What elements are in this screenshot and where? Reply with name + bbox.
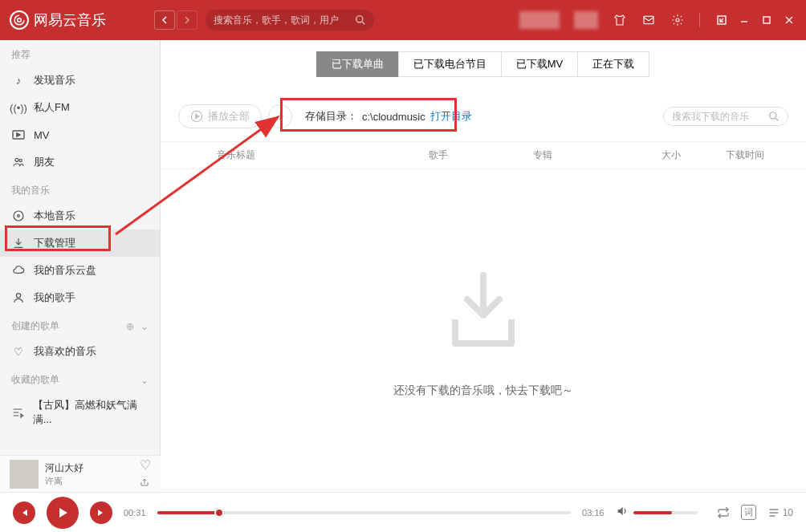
download-icon [11, 236, 26, 250]
sidebar-item-label: 我喜欢的音乐 [34, 344, 96, 359]
col-title: 音乐标题 [209, 142, 421, 169]
chevron-down-icon[interactable]: ⌄ [140, 321, 149, 332]
col-index [161, 142, 209, 169]
sidebar-item-cloud[interactable]: 我的音乐云盘 [0, 257, 160, 284]
col-album: 专辑 [525, 142, 653, 169]
loop-icon[interactable] [717, 506, 730, 519]
user-name[interactable] [574, 11, 598, 29]
play-button[interactable] [47, 497, 79, 529]
friends-icon [11, 155, 26, 169]
sidebar-item-label: 下载管理 [34, 236, 75, 250]
sidebar-item-label: 朋友 [34, 155, 55, 169]
svg-point-9 [14, 211, 23, 221]
play-all-button[interactable]: 播放全部 [178, 104, 262, 128]
prev-button[interactable] [13, 502, 35, 524]
sidebar-item-favorite[interactable]: ♡我喜欢的音乐 [0, 338, 160, 365]
player-right: 词 10 [717, 505, 793, 520]
table-header: 音乐标题 歌手 专辑 大小 下载时间 [161, 141, 806, 169]
back-button[interactable] [154, 10, 175, 30]
app-title: 网易云音乐 [34, 10, 106, 30]
section-recommend: 推荐 [0, 40, 160, 67]
share-icon[interactable] [140, 476, 151, 490]
queue-icon[interactable]: 10 [767, 506, 793, 519]
track-info: 河山大好 许嵩 [45, 461, 83, 487]
tab-songs[interactable]: 已下载单曲 [316, 51, 399, 77]
search-input[interactable] [214, 14, 355, 26]
svg-point-1 [356, 16, 363, 22]
progress-fill [157, 511, 219, 514]
track-artist[interactable]: 许嵩 [45, 475, 83, 487]
empty-text: 还没有下载的音乐哦，快去下载吧～ [393, 384, 573, 398]
main-content: 已下载单曲 已下载电台节目 已下载MV 正在下载 播放全部 + 存储目录：c:\… [161, 40, 806, 492]
minimize-icon[interactable] [737, 13, 751, 27]
add-playlist-icon[interactable]: ⊕ [126, 321, 134, 332]
sidebar: 推荐 ♪发现音乐 ((•))私人FM MV 朋友 我的音乐 本地音乐 下载管理 … [0, 40, 161, 492]
tab-downloading[interactable]: 正在下载 [577, 51, 649, 77]
music-note-icon: ♪ [11, 73, 26, 87]
app-logo: 网易云音乐 [10, 10, 106, 30]
sidebar-item-discover[interactable]: ♪发现音乐 [0, 67, 160, 94]
track-actions: ♡ [140, 457, 151, 490]
playlist-icon [11, 405, 25, 420]
next-button[interactable] [90, 502, 112, 524]
nav-buttons [154, 10, 197, 30]
search-icon [355, 14, 366, 26]
col-size: 大小 [653, 142, 718, 169]
user-avatar[interactable] [519, 11, 560, 29]
open-dir-link[interactable]: 打开目录 [430, 109, 472, 124]
search-icon [768, 111, 780, 122]
speaker-icon[interactable] [616, 505, 629, 521]
forward-button[interactable] [177, 10, 197, 30]
section-mymusic: 我的音乐 [0, 176, 160, 202]
title-right [519, 11, 796, 29]
time-current: 00:31 [124, 508, 146, 518]
download-search-input[interactable] [672, 111, 768, 122]
section-collected[interactable]: 收藏的歌单⌄ [0, 365, 160, 392]
volume-bar[interactable] [633, 511, 698, 514]
download-search[interactable] [663, 107, 788, 126]
svg-point-10 [18, 215, 20, 217]
mini-icon[interactable] [714, 13, 729, 27]
search-box[interactable] [206, 10, 374, 30]
lyrics-icon[interactable]: 词 [741, 505, 756, 520]
sidebar-item-mv[interactable]: MV [0, 121, 160, 148]
sidebar-item-fm[interactable]: ((•))私人FM [0, 94, 160, 121]
disc-icon [11, 209, 26, 223]
svg-point-0 [18, 18, 22, 22]
add-button[interactable]: + [268, 104, 292, 128]
col-artist: 歌手 [421, 142, 525, 169]
track-name[interactable]: 河山大好 [45, 461, 83, 475]
heart-icon[interactable]: ♡ [140, 457, 151, 473]
tab-mv[interactable]: 已下载MV [501, 51, 579, 77]
mail-icon[interactable] [641, 13, 656, 27]
sidebar-item-download[interactable]: 下载管理 [0, 229, 160, 257]
now-playing-bar[interactable]: 河山大好 许嵩 ♡ [0, 455, 161, 492]
close-icon[interactable] [782, 13, 796, 27]
svg-rect-5 [763, 17, 770, 23]
gear-icon[interactable] [670, 13, 685, 27]
play-box-icon [11, 128, 26, 142]
radio-icon: ((•)) [11, 100, 26, 115]
maximize-icon[interactable] [759, 13, 774, 27]
toolbar: 播放全部 + 存储目录：c:\cloudmusic 打开目录 [161, 104, 806, 128]
user-icon [11, 290, 26, 305]
tab-radio[interactable]: 已下载电台节目 [398, 51, 502, 77]
download-tabs: 已下载单曲 已下载电台节目 已下载MV 正在下载 [161, 51, 806, 77]
sidebar-item-label: 本地音乐 [34, 209, 75, 223]
progress-bar[interactable] [157, 511, 572, 514]
chevron-down-icon[interactable]: ⌄ [140, 375, 149, 386]
play-circle-icon [190, 110, 203, 123]
album-cover[interactable] [10, 460, 39, 489]
sidebar-item-label: 我的歌手 [34, 290, 75, 305]
sidebar-item-playlist[interactable]: 【古风】高燃和妖气满满... [0, 392, 160, 433]
storage-info: 存储目录：c:\cloudmusic 打开目录 [305, 109, 472, 124]
sidebar-item-label: 我的音乐云盘 [34, 263, 96, 278]
progress-thumb[interactable] [214, 508, 224, 518]
sidebar-item-friends[interactable]: 朋友 [0, 148, 160, 176]
time-total: 03:16 [582, 508, 604, 518]
sidebar-item-label: MV [34, 129, 50, 141]
skin-icon[interactable] [613, 13, 627, 27]
section-created[interactable]: 创建的歌单⊕⌄ [0, 311, 160, 338]
sidebar-item-artists[interactable]: 我的歌手 [0, 284, 160, 311]
sidebar-item-local[interactable]: 本地音乐 [0, 202, 160, 229]
